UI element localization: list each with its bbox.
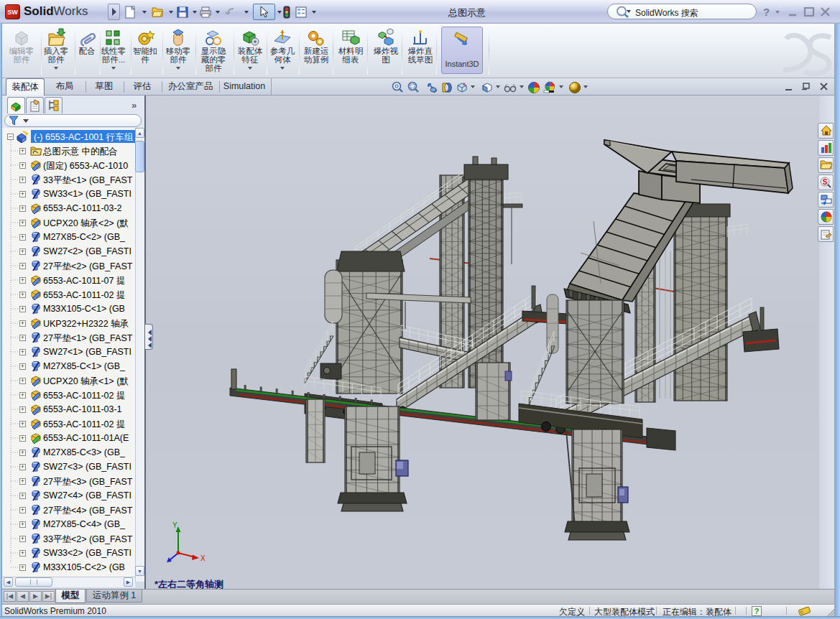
svg-text:?: ? bbox=[754, 607, 760, 615]
svg-text:*左右二等角轴测: *左右二等角轴测 bbox=[154, 579, 223, 589]
svg-text:Y: Y bbox=[172, 521, 177, 529]
svg-text:S: S bbox=[823, 178, 828, 186]
svg-text:SW: SW bbox=[7, 9, 18, 16]
svg-text:X: X bbox=[200, 554, 206, 562]
svg-text:±: ± bbox=[463, 81, 466, 86]
